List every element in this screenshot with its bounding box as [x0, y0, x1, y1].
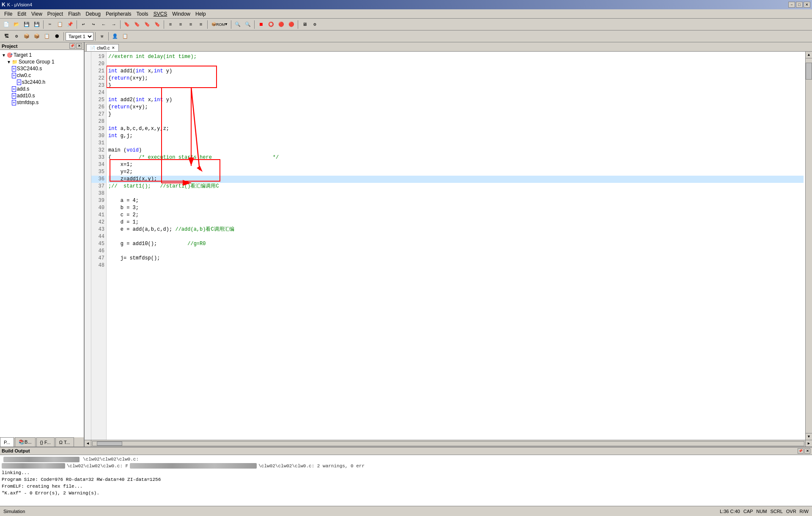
menu-debug[interactable]: Debug — [83, 10, 103, 18]
code-line-41[interactable]: c = 2; — [108, 212, 804, 219]
tb-debug-stop[interactable]: ⏹ — [256, 20, 266, 29]
code-line-32[interactable]: main (void) — [108, 147, 804, 154]
code-line-29[interactable]: int a,b,c,d,e,x,y,z; — [108, 125, 804, 132]
panel-close-button[interactable]: ✕ — [76, 43, 82, 49]
code-line-24[interactable] — [108, 89, 804, 97]
menu-project[interactable]: Project — [45, 10, 66, 18]
tree-s3c2440h[interactable]: + s3c2440.h — [0, 79, 84, 86]
minimize-button[interactable]: − — [788, 2, 795, 8]
target-select[interactable]: Target 1 — [66, 32, 93, 41]
tb2-icon1[interactable]: 🏗 — [2, 32, 11, 41]
code-line-37[interactable]: ;// start1(); //start1()看汇编调用C — [108, 183, 804, 190]
code-line-48[interactable] — [108, 262, 804, 269]
code-content[interactable]: //extern int delay(int time); int add1(i… — [107, 52, 805, 440]
code-line-21[interactable]: int add1(int x,int y) — [108, 68, 804, 75]
code-line-40[interactable]: b = 3; — [108, 204, 804, 212]
code-line-46[interactable] — [108, 248, 804, 255]
code-line-42[interactable]: d = 1; — [108, 219, 804, 226]
code-line-23[interactable]: } — [108, 82, 804, 89]
scroll-thumb-v[interactable] — [806, 63, 812, 80]
editor-tab-clw0c[interactable]: 📄 clw0.c ✕ — [86, 44, 119, 51]
menu-file[interactable]: File — [2, 10, 15, 18]
tree-add10s[interactable]: + add10.s — [0, 92, 84, 99]
menu-help[interactable]: Help — [193, 10, 208, 18]
tb-bookmark2[interactable]: 🔖 — [132, 20, 142, 29]
tb2-icon6[interactable]: ⬢ — [52, 32, 62, 41]
tab-functions[interactable]: {} F... — [36, 437, 55, 447]
code-line-38[interactable] — [108, 190, 804, 197]
tb-new[interactable]: 📄 — [2, 20, 11, 29]
tb-search[interactable]: 🔍 — [233, 20, 242, 29]
tree-s3c2440s[interactable]: + S3C2440.s — [0, 65, 84, 72]
close-button[interactable]: ✕ — [804, 2, 810, 8]
scroll-up-btn[interactable]: ▲ — [806, 52, 812, 58]
tb2-icon2[interactable]: ⚙ — [12, 32, 21, 41]
tb-format[interactable]: ≡ — [186, 20, 195, 29]
tb-indent[interactable]: ≡ — [166, 20, 175, 29]
tb2-config[interactable]: ⚒ — [97, 32, 107, 41]
tb-window[interactable]: 🖥 — [300, 20, 309, 29]
tab-books[interactable]: 📚B... — [15, 437, 36, 447]
code-line-27[interactable]: } — [108, 111, 804, 118]
tree-adds[interactable]: + add.s — [0, 86, 84, 92]
scroll-left-btn[interactable]: ◀ — [85, 440, 91, 447]
menu-window[interactable]: Window — [170, 10, 193, 18]
build-panel-pin[interactable]: 📌 — [798, 448, 804, 454]
tree-stmfdsps[interactable]: + stmfdsp.s — [0, 99, 84, 106]
tb-unindent[interactable]: ≡ — [176, 20, 185, 29]
tb-debug-bp2[interactable]: 🔴 — [287, 20, 296, 29]
tb-bookmark4[interactable]: 🔖 — [153, 20, 162, 29]
code-line-19[interactable]: //extern int delay(int time); — [108, 53, 804, 61]
tb2-copy2[interactable]: 📋 — [121, 32, 130, 41]
tab-project[interactable]: P... — [0, 437, 14, 447]
tb-redo[interactable]: ↪ — [89, 20, 98, 29]
tb-cut[interactable]: ✂ — [45, 20, 55, 29]
scroll-thumb-h[interactable] — [97, 441, 122, 446]
menu-tools[interactable]: Tools — [134, 10, 151, 18]
code-line-35[interactable]: y=2; — [108, 168, 804, 176]
code-line-43[interactable]: e = add(a,b,c,d); //add(a,b)看C调用汇编 — [108, 226, 804, 233]
tree-target1[interactable]: ▼ 🎯 Target 1 — [0, 52, 84, 58]
code-line-25[interactable]: int add2(int x,int y) — [108, 97, 804, 104]
tb-back[interactable]: ← — [99, 20, 108, 29]
right-scrollbar[interactable]: ▲ ▼ — [805, 52, 812, 440]
tb2-icon3[interactable]: 📦 — [22, 32, 31, 41]
code-line-22[interactable]: {return(x+y); — [108, 75, 804, 82]
scroll-down-btn[interactable]: ▼ — [806, 433, 812, 440]
tab-close-btn[interactable]: ✕ — [112, 46, 115, 50]
tb-save[interactable]: 💾 — [22, 20, 31, 29]
code-line-44[interactable] — [108, 233, 804, 240]
build-panel-close[interactable]: ✕ — [804, 448, 810, 454]
menu-peripherals[interactable]: Peripherals — [103, 10, 134, 18]
code-line-45[interactable]: g = add10(); //g=R0 — [108, 240, 804, 248]
code-line-30[interactable]: int g,j; — [108, 132, 804, 140]
tb-rom[interactable]: 📦 ROM ▼ — [209, 20, 229, 29]
tb-paste[interactable]: 📌 — [66, 20, 75, 29]
tree-clw0c[interactable]: + clw0.c — [0, 72, 84, 79]
maximize-button[interactable]: □ — [796, 2, 803, 8]
tb-undo[interactable]: ↩ — [79, 20, 88, 29]
code-line-26[interactable]: {return(x+y); — [108, 104, 804, 111]
tb-forward[interactable]: → — [109, 20, 118, 29]
tb-save-all[interactable]: 💾 — [32, 20, 41, 29]
tab-templates[interactable]: Ω T... — [55, 437, 74, 447]
tb-debug-run[interactable]: ⭕ — [266, 20, 276, 29]
tb-search2[interactable]: 🔍 — [243, 20, 252, 29]
code-line-47[interactable]: j= stmfdsp(); — [108, 255, 804, 262]
menu-view[interactable]: View — [29, 10, 45, 18]
tb2-user[interactable]: 👤 — [110, 32, 120, 41]
panel-pin-button[interactable]: 📌 — [69, 43, 75, 49]
tb-open[interactable]: 📂 — [12, 20, 21, 29]
tb-bookmark3[interactable]: 🔖 — [143, 20, 152, 29]
menu-flash[interactable]: Flash — [66, 10, 83, 18]
tb2-icon4[interactable]: 📦 — [32, 32, 41, 41]
tb-debug-bp[interactable]: 🔴 — [277, 20, 286, 29]
scroll-right-btn[interactable]: ▶ — [805, 440, 812, 447]
tb2-icon5[interactable]: 📋 — [42, 32, 52, 41]
code-line-33[interactable]: { /* execution starts here */ — [108, 154, 804, 161]
tb-copy[interactable]: 📋 — [55, 20, 65, 29]
tb-settings[interactable]: ⚙ — [310, 20, 319, 29]
code-line-28[interactable] — [108, 118, 804, 125]
code-line-36[interactable]: z=add1(x,y); — [108, 176, 804, 183]
code-line-31[interactable] — [108, 140, 804, 147]
